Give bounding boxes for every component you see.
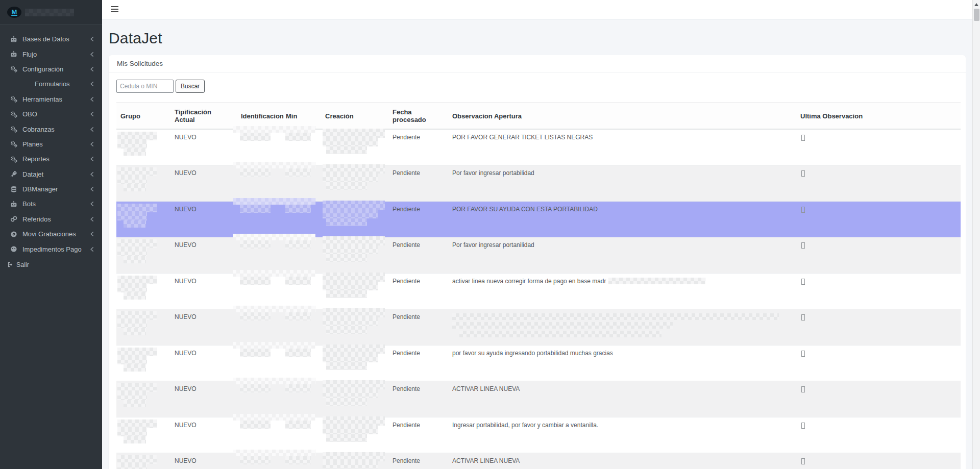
table-row[interactable]: NUEVO Pendiente por favor su ayuda ingre… <box>116 345 961 381</box>
missing-glyph-icon <box>801 386 805 392</box>
redacted-blur <box>323 416 385 426</box>
sidebar-item-cobranzas[interactable]: Cobranzas <box>0 121 102 136</box>
scrollbar-thumb[interactable] <box>974 9 979 21</box>
table-row[interactable]: NUEVO Pendiente <box>116 309 961 345</box>
sidebar-item-planes[interactable]: Planes <box>0 137 102 152</box>
redacted-blur <box>323 308 385 317</box>
sidebar-item-salir[interactable]: Salir <box>0 261 102 268</box>
cell-ultima-observacion <box>796 129 961 165</box>
table-row[interactable]: NUEVO 12:45:13.047989 Pendiente ACTIVAR … <box>116 453 961 469</box>
cell-identificacion-redacted <box>237 201 282 237</box>
sidebar-item-label: Cobranzas <box>22 126 90 133</box>
sidebar-item-label: Herramientas <box>22 95 90 103</box>
sidebar-item-movi-grabaciones[interactable]: Movi Grabaciones <box>0 227 102 241</box>
sidebar-menu: Bases de Datos Flujo Configuración Formu… <box>0 25 102 257</box>
redacted-blur <box>117 212 147 220</box>
column-header: Observacion Apertura <box>448 103 796 130</box>
redacted-blur <box>240 349 271 357</box>
redacted-blur <box>233 198 315 205</box>
scroll-up-arrow-icon[interactable] <box>974 3 978 6</box>
redacted-blur <box>323 380 385 389</box>
table-row[interactable]: NUEVO Pendiente ACTIVAR LINEA NUEVA <box>116 381 961 417</box>
sidebar-item-herramientas[interactable]: Herramientas <box>0 92 102 107</box>
sidebar-item-label: Referidos <box>22 215 90 223</box>
cell-ultima-observacion <box>796 201 961 237</box>
cell-fecha-procesado: Pendiente <box>388 453 448 469</box>
chevron-left-icon <box>90 127 94 132</box>
sidebar-item-impedimentos-pago[interactable]: Impedimentos Pago <box>0 241 102 256</box>
sidebar-item-formularios[interactable]: Formularios <box>0 77 102 91</box>
cell-fecha-procesado: Pendiente <box>388 417 448 453</box>
sidebar-item-obo[interactable]: OBO <box>0 107 102 121</box>
chevron-left-icon <box>90 66 94 72</box>
redacted-blur <box>233 162 315 168</box>
cell-grupo-redacted <box>116 309 170 345</box>
brand[interactable]: M <box>0 0 102 25</box>
sidebar-item-bases-de-datos[interactable]: Bases de Datos <box>0 32 102 46</box>
cell-fecha-procesado: Pendiente <box>388 273 448 309</box>
redacted-blur <box>323 201 385 210</box>
sidebar-item-datajet[interactable]: Datajet <box>0 167 102 182</box>
redacted-blur <box>608 278 705 284</box>
redacted-blur <box>323 174 378 182</box>
sidebar-item-referidos[interactable]: Referidos <box>0 212 102 227</box>
sidebar-item-bots[interactable]: Bots <box>0 196 102 211</box>
redacted-blur <box>240 133 271 141</box>
sidebar-item-icon <box>22 80 30 88</box>
cell-tipificacion: NUEVO <box>170 129 237 165</box>
redacted-blur <box>124 256 146 263</box>
cell-ultima-observacion <box>796 237 961 274</box>
table-row[interactable]: NUEVO Pendiente POR FAVOR SU AYUDA CON E… <box>116 201 961 237</box>
vertical-scrollbar[interactable] <box>972 0 980 469</box>
redacted-blur <box>117 392 147 400</box>
database-icon <box>10 185 18 193</box>
missing-glyph-icon <box>801 279 805 285</box>
sidebar-logout-label: Salir <box>16 261 29 268</box>
cell-grupo-redacted <box>116 201 170 237</box>
cell-grupo-redacted <box>116 237 170 274</box>
redacted-blur <box>117 204 157 212</box>
cell-identificacion-redacted <box>237 381 282 417</box>
panel-body: Buscar Grupo Tipificación Actual Identif… <box>109 72 966 469</box>
cell-min-redacted <box>282 129 321 165</box>
table-row[interactable]: NUEVO Pendiente Por favor ingresar porta… <box>116 165 961 202</box>
cell-min-redacted <box>282 237 321 274</box>
redacted-blur <box>323 236 385 245</box>
sidebar-item-flujo[interactable]: Flujo <box>0 46 102 61</box>
search-input[interactable] <box>116 80 174 93</box>
cell-tipificacion: NUEVO <box>170 201 237 237</box>
redacted-blur <box>323 426 378 434</box>
table-row[interactable]: NUEVO Pendiente activar linea nueva corr… <box>116 273 961 309</box>
redacted-blur <box>285 349 311 357</box>
redacted-blur <box>323 273 385 282</box>
redacted-blur <box>240 277 271 285</box>
missing-glyph-icon <box>801 314 805 320</box>
redacted-blur <box>323 129 385 138</box>
redacted-blur <box>240 168 271 177</box>
search-button[interactable]: Buscar <box>176 80 205 93</box>
cell-min-redacted <box>282 201 321 237</box>
cell-min-redacted <box>282 273 321 309</box>
table-row[interactable]: NUEVO Pendiente Ingresar portabilidad, p… <box>116 417 961 453</box>
column-header: Fecha procesado <box>388 103 448 130</box>
redacted-blur <box>124 400 146 407</box>
hamburger-menu-icon[interactable] <box>111 6 119 13</box>
cell-identificacion-redacted <box>237 273 282 309</box>
movistar-logo-icon: M <box>7 6 22 18</box>
redacted-blur <box>285 277 311 285</box>
cell-tipificacion: NUEVO <box>170 381 237 417</box>
solicitudes-table: Grupo Tipificación Actual Identificacion… <box>116 102 961 469</box>
redacted-blur <box>240 456 271 464</box>
sidebar-item-configuraci-n[interactable]: Configuración <box>0 62 102 77</box>
redacted-blur <box>117 132 157 140</box>
chevron-left-icon <box>90 52 94 57</box>
cell-observacion-apertura <box>448 309 796 345</box>
sidebar-item-dbmanager[interactable]: DBManager <box>0 182 102 196</box>
redacted-blur <box>124 292 146 300</box>
table-header-row: Grupo Tipificación Actual Identificacion… <box>116 103 961 130</box>
sidebar-item-label: Flujo <box>22 51 90 58</box>
sidebar-item-reportes[interactable]: Reportes <box>0 152 102 166</box>
table-row[interactable]: NUEVO Pendiente Por favor ingresar porta… <box>116 237 961 274</box>
table-row[interactable]: NUEVO Pendiente POR FAVOR GENERAR TICKET… <box>116 129 961 165</box>
chevron-left-icon <box>90 246 94 252</box>
